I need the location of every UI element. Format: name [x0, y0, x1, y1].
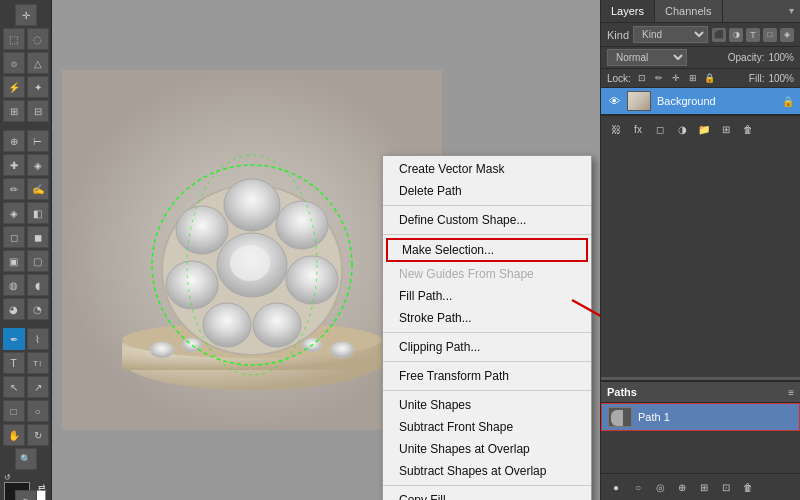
menu-subtract-front[interactable]: Subtract Front Shape	[383, 416, 591, 438]
link-layers-icon[interactable]: ⛓	[607, 120, 625, 138]
quick-select-tool[interactable]: ⚡	[3, 76, 25, 98]
sharpen-tool[interactable]: ◔	[27, 298, 49, 320]
healing-tool[interactable]: ✚	[3, 154, 25, 176]
hand-tool[interactable]: ✋	[3, 424, 25, 446]
panel-collapse-button[interactable]: ▾	[783, 0, 800, 22]
eraser-tool[interactable]: ▣	[3, 250, 25, 272]
magic-wand-tool[interactable]: ✦	[27, 76, 49, 98]
menu-delete-path[interactable]: Delete Path	[383, 180, 591, 202]
rotate-view-tool[interactable]: ↻	[27, 424, 49, 446]
fill-path-icon[interactable]: ●	[607, 478, 625, 496]
menu-subtract-overlap[interactable]: Subtract Shapes at Overlap	[383, 460, 591, 482]
gradient-tool[interactable]: ◍	[3, 274, 25, 296]
swap-colors-icon[interactable]: ⇄	[38, 482, 46, 492]
stroke-path-icon[interactable]: ○	[629, 478, 647, 496]
path-thumbnail	[608, 407, 632, 427]
menu-fill-path[interactable]: Fill Path...	[383, 285, 591, 307]
paint-bucket-tool[interactable]: ◖	[27, 274, 49, 296]
layer-thumb-image	[628, 92, 650, 110]
delete-path-icon[interactable]: 🗑	[739, 478, 757, 496]
history-brush-tool[interactable]: ◻	[3, 226, 25, 248]
direct-select-tool[interactable]: ↗	[27, 376, 49, 398]
toolbar-row-9: ◈ ◧	[3, 202, 49, 224]
layer-styles-icon[interactable]: fx	[629, 120, 647, 138]
tab-channels[interactable]: Channels	[655, 0, 722, 22]
art-history-tool[interactable]: ◼	[27, 226, 49, 248]
pen-tool[interactable]: ✒	[3, 328, 25, 350]
canvas[interactable]: Create Vector Mask Delete Path Define Cu…	[52, 0, 600, 500]
make-work-path-icon[interactable]: ⊕	[673, 478, 691, 496]
layer-lock-icon: 🔒	[782, 96, 794, 107]
eyedropper-tool[interactable]: ⊕	[3, 130, 25, 152]
patch-tool[interactable]: ◈	[27, 154, 49, 176]
kind-label: Kind	[607, 29, 629, 41]
toolbar-row-6: ⊕ ⊢	[3, 130, 49, 152]
menu-make-selection[interactable]: Make Selection...	[386, 238, 588, 262]
new-layer-icon[interactable]: ⊞	[717, 120, 735, 138]
layer-visibility-icon[interactable]: 👁	[607, 94, 621, 108]
quick-mask-tool[interactable]: ◐	[15, 490, 37, 500]
toolbar-row-4: ⚡ ✦	[3, 76, 49, 98]
move-tool[interactable]: ✛	[15, 4, 37, 26]
clone-stamp-tool[interactable]: ◈	[3, 202, 25, 224]
paths-menu-button[interactable]: ≡	[788, 387, 794, 398]
delete-layer-icon[interactable]: 🗑	[739, 120, 757, 138]
menu-clipping-path[interactable]: Clipping Path...	[383, 336, 591, 358]
layer-background[interactable]: 👁 Background 🔒	[601, 88, 800, 115]
svg-point-11	[224, 179, 280, 231]
blend-mode-dropdown[interactable]: Normal	[607, 49, 687, 66]
lock-transparent-icon[interactable]: ⊡	[635, 71, 649, 85]
smart-filter-icon[interactable]: ◈	[780, 28, 794, 42]
menu-free-transform-path[interactable]: Free Transform Path	[383, 365, 591, 387]
lock-artboard-icon[interactable]: ⊞	[686, 71, 700, 85]
toolbar-row-5: ⊞ ⊟	[3, 100, 49, 122]
lock-position-icon[interactable]: ✛	[669, 71, 683, 85]
menu-define-custom-shape[interactable]: Define Custom Shape...	[383, 209, 591, 231]
load-path-icon[interactable]: ◎	[651, 478, 669, 496]
slice-tool[interactable]: ⊟	[27, 100, 49, 122]
svg-point-14	[253, 303, 301, 347]
svg-point-15	[203, 303, 251, 347]
ruler-tool[interactable]: ⊢	[27, 130, 49, 152]
menu-unite-shapes[interactable]: Unite Shapes	[383, 394, 591, 416]
menu-stroke-path[interactable]: Stroke Path...	[383, 307, 591, 329]
add-mask-from-path-icon[interactable]: ⊞	[695, 478, 713, 496]
marquee-rect-tool[interactable]: ⬚	[3, 28, 25, 50]
ellipse-tool[interactable]: ○	[27, 400, 49, 422]
pixel-filter-icon[interactable]: ⬛	[712, 28, 726, 42]
rectangle-tool[interactable]: □	[3, 400, 25, 422]
brush-tool[interactable]: ✏	[3, 178, 25, 200]
freeform-pen-tool[interactable]: ⌇	[27, 328, 49, 350]
lasso-tool[interactable]: ⌾	[3, 52, 25, 74]
lock-all-icon[interactable]: 🔒	[703, 71, 717, 85]
toolbar-row-shape: □ ○	[3, 400, 49, 422]
polygonal-lasso-tool[interactable]: △	[27, 52, 49, 74]
new-group-icon[interactable]: 📁	[695, 120, 713, 138]
path-item-1[interactable]: Path 1	[601, 403, 800, 431]
pencil-tool[interactable]: ✍	[27, 178, 49, 200]
crop-tool[interactable]: ⊞	[3, 100, 25, 122]
bg-eraser-tool[interactable]: ▢	[27, 250, 49, 272]
shape-filter-icon[interactable]: □	[763, 28, 777, 42]
pattern-stamp-tool[interactable]: ◧	[27, 202, 49, 224]
blur-tool[interactable]: ◕	[3, 298, 25, 320]
vertical-type-tool[interactable]: T↕	[27, 352, 49, 374]
tab-layers[interactable]: Layers	[601, 0, 655, 22]
type-filter-icon[interactable]: T	[746, 28, 760, 42]
main-canvas-area: Create Vector Mask Delete Path Define Cu…	[52, 0, 600, 500]
default-colors-icon[interactable]: ↺	[4, 473, 11, 482]
lock-paint-icon[interactable]: ✏	[652, 71, 666, 85]
menu-create-vector-mask[interactable]: Create Vector Mask	[383, 158, 591, 180]
new-path-icon[interactable]: ⊡	[717, 478, 735, 496]
menu-copy-fill[interactable]: Copy Fill	[383, 489, 591, 500]
marquee-ellipse-tool[interactable]: ◌	[27, 28, 49, 50]
zoom-tool[interactable]: 🔍	[15, 448, 37, 470]
menu-unite-overlap[interactable]: Unite Shapes at Overlap	[383, 438, 591, 460]
type-tool[interactable]: T	[3, 352, 25, 374]
kind-dropdown[interactable]: Kind	[633, 26, 708, 43]
adjust-filter-icon[interactable]: ◑	[729, 28, 743, 42]
path-select-tool[interactable]: ↖	[3, 376, 25, 398]
create-adjustment-icon[interactable]: ◑	[673, 120, 691, 138]
add-mask-icon[interactable]: ◻	[651, 120, 669, 138]
lock-label: Lock:	[607, 73, 631, 84]
